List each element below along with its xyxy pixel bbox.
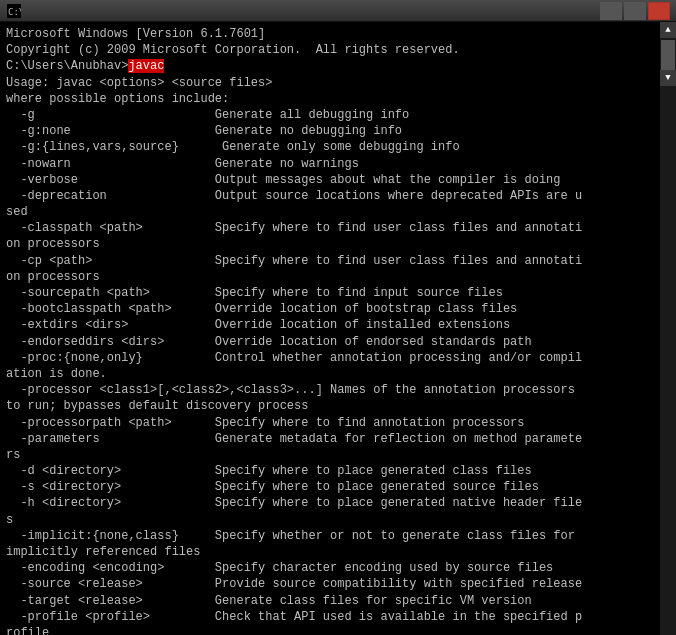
terminal-line: to run; bypasses default discovery proce… [6,398,670,414]
terminal-line: -d <directory> Specify where to place ge… [6,463,670,479]
svg-text:C:\: C:\ [8,7,21,17]
terminal-line: -proc:{none,only} Control whether annota… [6,350,670,366]
terminal-line: -sourcepath <path> Specify where to find… [6,285,670,301]
terminal-line: rofile [6,625,670,635]
terminal-line: -nowarn Generate no warnings [6,156,670,172]
close-button[interactable] [648,2,670,20]
scroll-down-button[interactable]: ▼ [660,70,676,86]
terminal-line: -encoding <encoding> Specify character e… [6,560,670,576]
terminal-line: where possible options include: [6,91,670,107]
terminal-line: -deprecation Output source locations whe… [6,188,670,204]
window-controls [600,2,670,20]
terminal-line: -processorpath <path> Specify where to f… [6,415,670,431]
scrollbar[interactable]: ▲ ▼ [660,22,676,635]
terminal-line: on processors [6,269,670,285]
terminal-line: -endorseddirs <dirs> Override location o… [6,334,670,350]
terminal-line: -bootclasspath <path> Override location … [6,301,670,317]
terminal-line: -g Generate all debugging info [6,107,670,123]
terminal-line: ation is done. [6,366,670,382]
terminal-line: -classpath <path> Specify where to find … [6,220,670,236]
terminal-line: -target <release> Generate class files f… [6,593,670,609]
terminal-content[interactable]: Microsoft Windows [Version 6.1.7601]Copy… [0,22,676,635]
terminal-line: -extdirs <dirs> Override location of ins… [6,317,670,333]
terminal-line: -implicit:{none,class} Specify whether o… [6,528,670,544]
scrollbar-thumb[interactable] [661,40,675,70]
terminal-line: C:\Users\Anubhav>javac [6,58,670,74]
cmd-icon: C:\ [6,3,22,19]
command-highlight: javac [128,59,164,73]
terminal-line: Usage: javac <options> <source files> [6,75,670,91]
terminal-line: -cp <path> Specify where to find user cl… [6,253,670,269]
terminal-line: -source <release> Provide source compati… [6,576,670,592]
maximize-button[interactable] [624,2,646,20]
terminal-line: -g:{lines,vars,source} Generate only som… [6,139,670,155]
terminal-line: sed [6,204,670,220]
title-bar-left: C:\ [6,3,26,19]
terminal-line: -h <directory> Specify where to place ge… [6,495,670,511]
terminal-line: s [6,512,670,528]
minimize-button[interactable] [600,2,622,20]
title-bar: C:\ [0,0,676,22]
terminal-line: -s <directory> Specify where to place ge… [6,479,670,495]
terminal-line: implicitly referenced files [6,544,670,560]
terminal-window: Microsoft Windows [Version 6.1.7601]Copy… [0,22,676,635]
terminal-line: Copyright (c) 2009 Microsoft Corporation… [6,42,670,58]
terminal-line: Microsoft Windows [Version 6.1.7601] [6,26,670,42]
terminal-line: rs [6,447,670,463]
terminal-line: -profile <profile> Check that API used i… [6,609,670,625]
terminal-line: -parameters Generate metadata for reflec… [6,431,670,447]
terminal-line: -verbose Output messages about what the … [6,172,670,188]
scroll-up-button[interactable]: ▲ [660,22,676,38]
terminal-line: -g:none Generate no debugging info [6,123,670,139]
terminal-line: on processors [6,236,670,252]
terminal-line: -processor <class1>[,<class2>,<class3>..… [6,382,670,398]
